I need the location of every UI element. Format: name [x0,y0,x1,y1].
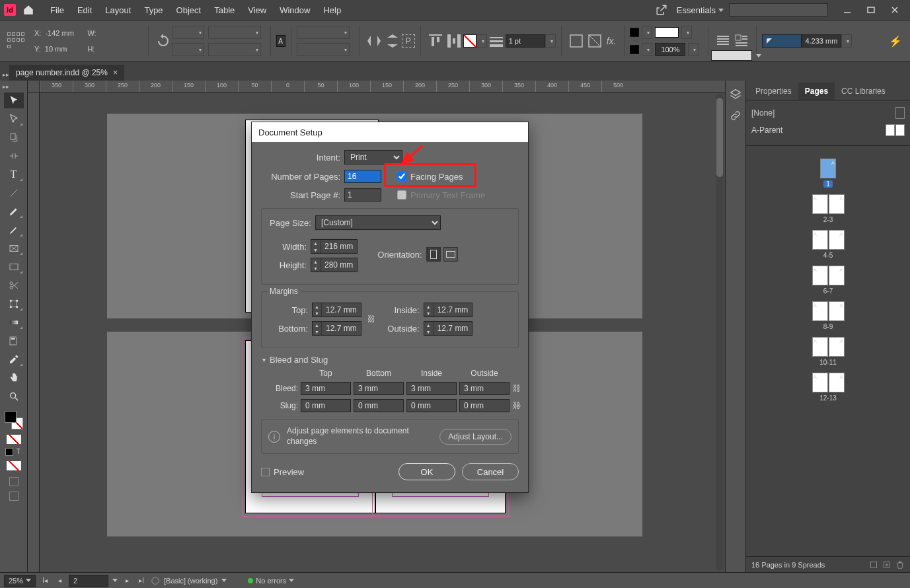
y-field[interactable] [44,43,83,55]
expand-toolbox-icon[interactable]: ▸▸ [0,83,9,90]
preview-checkbox[interactable]: Preview [261,467,304,477]
margin-top-spinner[interactable]: ▲▼12.7 mm [312,303,361,317]
line-tool[interactable] [4,185,24,201]
corner-radius-field[interactable] [762,34,802,48]
stroke-style-dd[interactable] [753,50,764,61]
expand-panel-icon[interactable]: ▸▸ [0,69,9,81]
format-text[interactable]: T [15,448,22,456]
orientation-portrait[interactable] [426,247,441,262]
view-mode-preview[interactable] [9,492,19,501]
menu-window[interactable]: Window [273,5,317,15]
pages-spread-item[interactable]: AA8-9 [812,301,845,330]
link-margins-icon[interactable]: ⛓ [367,312,376,326]
scissors-tool[interactable] [4,277,24,293]
stroke-swatch-black[interactable] [630,45,639,54]
direct-selection-tool[interactable] [4,111,24,127]
gradient-tool[interactable] [4,314,24,330]
rectangle-tool[interactable] [4,259,24,275]
view-mode-normal[interactable] [9,477,19,486]
delete-page-icon[interactable] [895,560,905,570]
x-field[interactable] [44,27,83,39]
page-size-dropdown[interactable]: [Custom] [315,215,441,230]
minimize-button[interactable] [836,3,858,17]
master-a-row[interactable]: A-Parent [746,122,910,139]
h-field[interactable] [97,43,137,55]
menu-help[interactable]: Help [317,5,348,15]
slug-bottom[interactable]: 0 mm [354,399,404,412]
character-panel-icon[interactable]: A [276,35,285,47]
ruler-vertical[interactable] [28,92,40,572]
fill-swatch-dd[interactable]: ▾ [642,26,652,39]
pages-spread-item[interactable]: AA6-7 [812,266,845,295]
layers-icon[interactable] [730,89,741,100]
bleed-outside[interactable]: 3 mm [459,382,510,395]
fill-none-icon[interactable] [463,34,476,48]
page-field[interactable]: 2 [69,575,108,587]
menu-layout[interactable]: Layout [98,5,137,15]
bleed-bottom[interactable]: 3 mm [354,382,404,395]
pen-tool[interactable] [4,203,24,219]
eyedropper-tool[interactable] [4,351,24,367]
prev-page-button[interactable]: ◂ [54,575,65,586]
rotate-dd[interactable]: ▾ [208,26,261,39]
pencil-tool[interactable] [4,222,24,238]
last-page-button[interactable]: ▸I [136,575,147,586]
pages-spread-item[interactable]: AA10-11 [812,337,845,366]
corner-dd[interactable]: ▾ [841,34,852,48]
facing-pages-checkbox[interactable]: Facing Pages [397,172,463,182]
menu-edit[interactable]: Edit [71,5,98,15]
scrollbar-thumb[interactable] [716,98,723,177]
shear-dd[interactable]: ▾ [208,43,261,56]
height-spinner[interactable]: ▲▼280 mm [311,258,358,272]
menu-table[interactable]: Table [208,5,241,15]
flip-v-icon[interactable] [385,33,400,49]
tint-field[interactable]: 100% [655,43,685,56]
first-page-button[interactable]: I◂ [40,575,50,586]
fill-color-dd[interactable]: ▾ [681,26,692,39]
menu-type[interactable]: Type [137,5,169,15]
facing-pages-input[interactable] [397,172,406,181]
menu-file[interactable]: File [44,5,71,15]
pages-spread-item[interactable]: AA4-5 [812,230,845,259]
bleed-inside[interactable]: 3 mm [406,382,457,395]
bleed-top[interactable]: 3 mm [301,382,351,395]
pages-spread-item[interactable]: AA2-3 [812,194,845,223]
adjust-layout-button[interactable]: Adjust Layout... [439,429,512,445]
npages-input[interactable] [344,170,381,183]
margin-bottom-spinner[interactable]: ▲▼12.7 mm [312,321,361,336]
ruler-horizontal[interactable]: 3503002502001501005005010015020025030035… [40,81,725,92]
zoom-tool[interactable] [4,388,24,404]
close-button[interactable] [884,3,906,17]
tab-pages[interactable]: Pages [798,83,835,100]
default-fill[interactable] [5,448,13,456]
margin-outside-spinner[interactable]: ▲▼12.7 mm [424,321,473,336]
unlink-slug-icon[interactable]: ⛓ [512,399,521,412]
start-page-input[interactable] [344,188,381,202]
fill-color-swatch[interactable] [655,27,679,38]
ok-button[interactable]: OK [398,463,455,480]
swap-swatch[interactable] [7,461,21,470]
share-icon[interactable] [656,4,667,16]
reference-point-grid[interactable] [5,30,26,52]
preflight-status[interactable]: No errors [248,577,294,585]
next-page-button[interactable]: ▸ [122,575,132,586]
stroke-weight-field[interactable]: 1 pt [506,34,545,48]
apply-none-swatch[interactable] [7,435,21,444]
zoom-field[interactable]: 25% [4,575,36,587]
document-tab[interactable]: page number.indd @ 25% × [9,65,124,81]
rectangle-frame-tool[interactable] [4,240,24,256]
stroke-swatch-dd[interactable]: ▾ [642,43,652,56]
bleed-slug-toggle[interactable]: ▾ Bleed and Slug [262,355,519,365]
slug-inside[interactable]: 0 mm [406,399,457,412]
workspace-switcher[interactable]: Essentials [677,5,724,15]
gap-tool[interactable] [4,148,24,164]
type-tool[interactable]: T [4,166,24,182]
align-top-icon[interactable] [428,33,443,49]
width-spinner[interactable]: ▲▼216 mm [311,239,358,254]
text-wrap-icon-2[interactable] [734,33,749,49]
tab-cclibraries[interactable]: CC Libraries [835,83,892,100]
pages-spread-item[interactable]: AA12-13 [812,373,845,402]
home-icon[interactable] [22,4,34,16]
hand-tool[interactable] [4,370,24,386]
preset-label[interactable]: [Basic] (working) [164,577,217,585]
